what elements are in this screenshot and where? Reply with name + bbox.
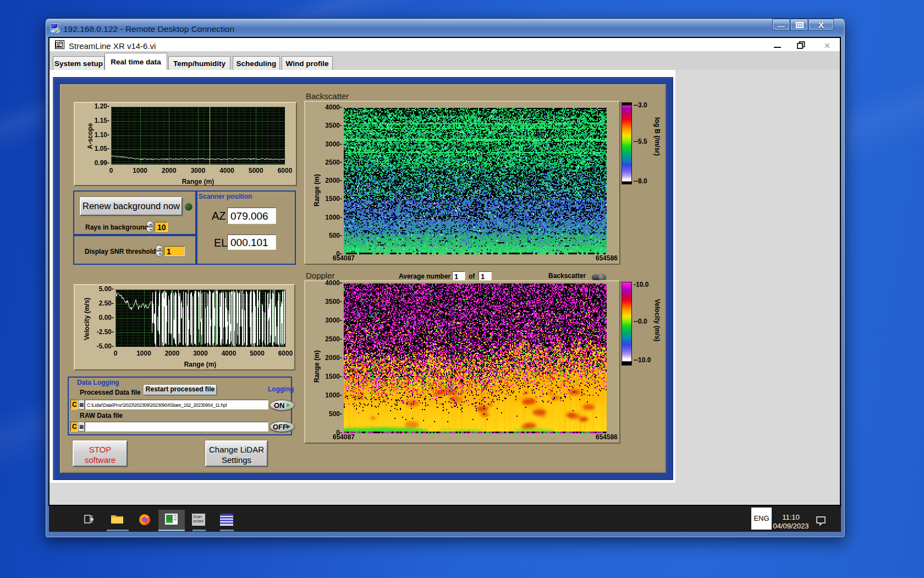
svg-text:Scan: Scan: [193, 515, 202, 519]
svg-text:sched: sched: [193, 519, 204, 523]
